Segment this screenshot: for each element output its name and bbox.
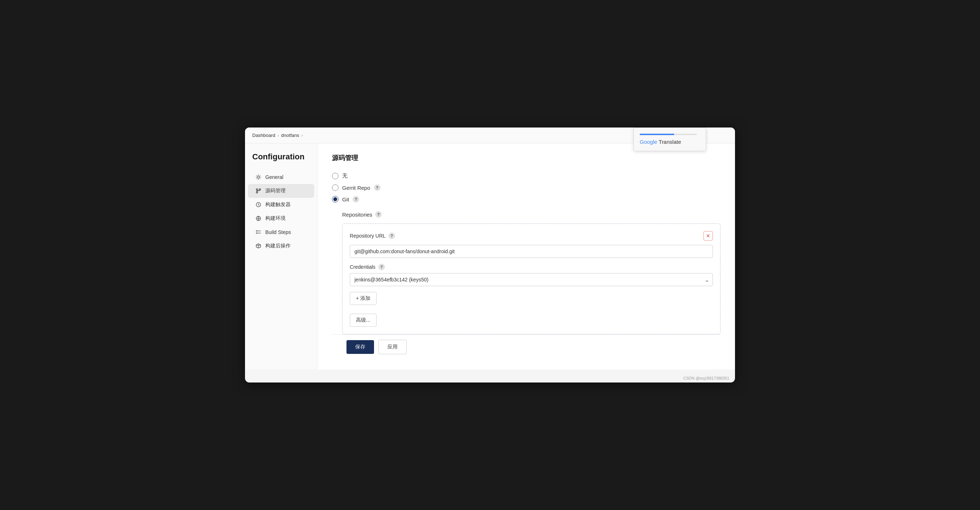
svg-rect-6 — [256, 230, 257, 232]
repositories-help-icon[interactable]: ? — [375, 211, 382, 218]
credentials-label-row: Credentials ? — [350, 264, 713, 270]
sidebar-item-post-build[interactable]: 构建后操作 — [248, 239, 314, 253]
breadcrumb-sep-1: › — [278, 133, 279, 138]
credentials-label-text: Credentials — [350, 264, 375, 270]
repo-url-label-row: Repository URL ? — [350, 232, 395, 239]
sidebar-item-post-build-label: 构建后操作 — [265, 243, 291, 249]
panel-title: 源码管理 — [332, 154, 721, 162]
google-translate-label: Google Translate — [640, 139, 697, 145]
sidebar-item-build-trigger[interactable]: 构建触发器 — [248, 198, 314, 211]
radio-none[interactable] — [332, 173, 339, 179]
svg-point-0 — [257, 176, 259, 178]
google-translate-text: Translate — [657, 139, 681, 145]
breadcrumb-dashboard[interactable]: Dashboard — [252, 133, 275, 138]
sidebar: Configuration General — [245, 143, 318, 369]
add-button-row: + 添加 — [350, 292, 713, 311]
advanced-button-label: 高级... — [356, 317, 371, 324]
repo-url-help-icon[interactable]: ? — [388, 232, 395, 239]
gerrit-help-icon[interactable]: ? — [374, 184, 380, 191]
radio-row-git: Git ? — [332, 196, 721, 202]
gear-icon — [255, 174, 262, 180]
svg-point-2 — [256, 192, 258, 193]
google-translate-progress-bar — [640, 133, 697, 135]
sidebar-item-source-management[interactable]: 源码管理 — [248, 184, 314, 198]
breadcrumb-dnotfans[interactable]: dnotfans — [281, 133, 299, 138]
credentials-select-wrapper: jenkins@3654efb3c142 (keys50) ⌄ — [350, 273, 713, 286]
radio-row-gerrit: Gerrit Repo ? — [332, 184, 721, 191]
google-translate-popup: Google Translate — [633, 127, 706, 151]
sidebar-item-build-steps[interactable]: Build Steps — [248, 225, 314, 239]
sidebar-item-build-steps-label: Build Steps — [265, 229, 291, 235]
advanced-button-row: 高级... — [350, 314, 713, 327]
repositories-section: Repositories ? Repository URL ? ✕ — [342, 211, 721, 334]
scm-radio-group: 无 Gerrit Repo ? Git ? — [332, 172, 721, 202]
credentials-help-icon[interactable]: ? — [379, 264, 385, 270]
main-layout: Configuration General — [245, 143, 735, 369]
repository-card: Repository URL ? ✕ Credentials ? — [342, 224, 721, 334]
watermark: CSDN @ixq18817388351 — [683, 376, 729, 380]
repo-card-header: Repository URL ? ✕ — [350, 231, 713, 240]
git-branch-icon — [255, 187, 262, 194]
main-panel: 源码管理 无 Gerrit Repo ? Git ? — [318, 143, 735, 369]
svg-point-1 — [256, 189, 258, 190]
sidebar-item-source-management-label: 源码管理 — [265, 187, 286, 194]
list-icon — [255, 229, 262, 235]
credentials-select[interactable]: jenkins@3654efb3c142 (keys50) — [350, 273, 713, 286]
repo-url-input[interactable] — [350, 245, 713, 258]
repo-url-label-text: Repository URL — [350, 233, 386, 239]
apply-button[interactable]: 应用 — [379, 340, 407, 354]
radio-none-label: 无 — [342, 172, 348, 179]
add-credentials-button[interactable]: + 添加 — [350, 292, 377, 305]
add-button-label: + 添加 — [356, 295, 371, 302]
sidebar-item-general[interactable]: General — [248, 170, 314, 184]
radio-gerrit[interactable] — [332, 184, 339, 191]
remove-repo-button[interactable]: ✕ — [703, 231, 713, 240]
git-help-icon[interactable]: ? — [353, 196, 359, 202]
repositories-label-text: Repositories — [342, 211, 372, 218]
bottom-action-bar: 保存 应用 — [332, 334, 721, 359]
sidebar-item-build-trigger-label: 构建触发器 — [265, 202, 291, 208]
globe-icon — [255, 215, 262, 222]
radio-row-none: 无 — [332, 172, 721, 179]
svg-rect-7 — [256, 232, 257, 234]
radio-gerrit-label: Gerrit Repo — [342, 185, 371, 191]
svg-point-3 — [259, 189, 261, 190]
radio-git[interactable] — [332, 196, 339, 202]
sidebar-item-general-label: General — [265, 174, 283, 180]
radio-git-label: Git — [342, 196, 349, 202]
advanced-button[interactable]: 高级... — [350, 314, 377, 327]
sidebar-item-build-env[interactable]: 构建环境 — [248, 211, 314, 225]
google-brand: Google — [640, 139, 657, 145]
clock-icon — [255, 202, 262, 208]
repositories-label: Repositories ? — [342, 211, 721, 218]
save-button[interactable]: 保存 — [347, 340, 374, 354]
cube-icon — [255, 243, 262, 249]
sidebar-title: Configuration — [245, 152, 317, 170]
sidebar-item-build-env-label: 构建环境 — [265, 215, 286, 222]
breadcrumb-sep-2: › — [301, 133, 302, 138]
